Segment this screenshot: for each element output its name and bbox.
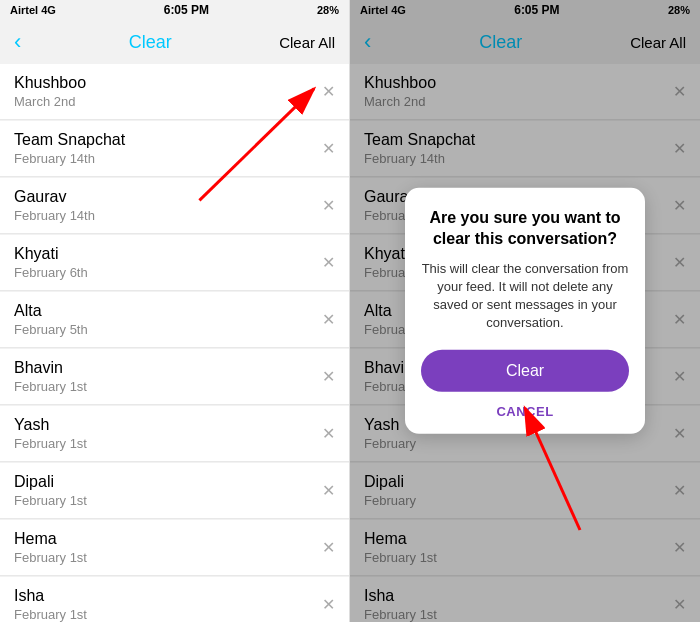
left-conversation-item: Hema February 1st ✕ bbox=[0, 520, 349, 576]
left-conversation-item: Yash February 1st ✕ bbox=[0, 406, 349, 462]
clear-conversation-dialog: Are you sure you want to clear this conv… bbox=[405, 188, 645, 434]
clear-conversation-button[interactable]: ✕ bbox=[322, 538, 335, 557]
conversation-info: Khyati February 6th bbox=[14, 245, 88, 280]
conversation-date: February 1st bbox=[14, 436, 87, 451]
clear-conversation-button[interactable]: ✕ bbox=[322, 82, 335, 101]
conversation-date: February 1st bbox=[14, 493, 87, 508]
left-conversation-list: Khushboo March 2nd ✕ Team Snapchat Febru… bbox=[0, 64, 349, 622]
dialog-confirm-button[interactable]: Clear bbox=[421, 350, 629, 392]
left-battery: 28% bbox=[317, 4, 339, 16]
conversation-name: Isha bbox=[14, 587, 87, 605]
dialog-body: This will clear the conversation from yo… bbox=[421, 259, 629, 332]
dialog-title: Are you sure you want to clear this conv… bbox=[421, 208, 629, 250]
conversation-date: February 5th bbox=[14, 322, 88, 337]
left-conversation-item: Khyati February 6th ✕ bbox=[0, 235, 349, 291]
conversation-date: February 1st bbox=[14, 550, 87, 565]
left-back-button[interactable]: ‹ bbox=[14, 29, 21, 55]
clear-conversation-button[interactable]: ✕ bbox=[322, 481, 335, 500]
conversation-date: February 14th bbox=[14, 208, 95, 223]
conversation-info: Alta February 5th bbox=[14, 302, 88, 337]
conversation-info: Hema February 1st bbox=[14, 530, 87, 565]
conversation-name: Alta bbox=[14, 302, 88, 320]
left-phone-screen: Airtel 4G 6:05 PM 28% ‹ Clear Clear All … bbox=[0, 0, 350, 622]
left-clear-all-button[interactable]: Clear All bbox=[279, 34, 335, 51]
left-conversation-item: Bhavin February 1st ✕ bbox=[0, 349, 349, 405]
left-nav-bar: ‹ Clear Clear All bbox=[0, 20, 349, 64]
clear-conversation-button[interactable]: ✕ bbox=[322, 424, 335, 443]
conversation-date: March 2nd bbox=[14, 94, 86, 109]
conversation-info: Yash February 1st bbox=[14, 416, 87, 451]
left-network: 4G bbox=[41, 4, 56, 16]
conversation-date: February 6th bbox=[14, 265, 88, 280]
left-conversation-item: Gaurav February 14th ✕ bbox=[0, 178, 349, 234]
left-conversation-item: Isha February 1st ✕ bbox=[0, 577, 349, 622]
conversation-info: Gaurav February 14th bbox=[14, 188, 95, 223]
clear-conversation-button[interactable]: ✕ bbox=[322, 196, 335, 215]
conversation-date: February 1st bbox=[14, 607, 87, 622]
left-status-right: 28% bbox=[317, 4, 339, 16]
conversation-date: February 1st bbox=[14, 379, 87, 394]
conversation-name: Yash bbox=[14, 416, 87, 434]
conversation-info: Team Snapchat February 14th bbox=[14, 131, 125, 166]
conversation-info: Khushboo March 2nd bbox=[14, 74, 86, 109]
right-phone-screen: Airtel 4G 6:05 PM 28% ‹ Clear Clear All … bbox=[350, 0, 700, 622]
conversation-date: February 14th bbox=[14, 151, 125, 166]
left-conversation-item: Dipali February 1st ✕ bbox=[0, 463, 349, 519]
conversation-name: Khushboo bbox=[14, 74, 86, 92]
dialog-cancel-button[interactable]: CANCEL bbox=[496, 404, 553, 419]
clear-conversation-button[interactable]: ✕ bbox=[322, 253, 335, 272]
conversation-info: Isha February 1st bbox=[14, 587, 87, 622]
conversation-name: Bhavin bbox=[14, 359, 87, 377]
conversation-name: Khyati bbox=[14, 245, 88, 263]
clear-conversation-button[interactable]: ✕ bbox=[322, 595, 335, 614]
left-status-bar: Airtel 4G 6:05 PM 28% bbox=[0, 0, 349, 20]
conversation-name: Dipali bbox=[14, 473, 87, 491]
left-conversation-item: Khushboo March 2nd ✕ bbox=[0, 64, 349, 120]
left-time: 6:05 PM bbox=[164, 3, 209, 17]
conversation-info: Bhavin February 1st bbox=[14, 359, 87, 394]
left-carrier: Airtel bbox=[10, 4, 38, 16]
left-nav-title: Clear bbox=[129, 32, 172, 53]
conversation-name: Hema bbox=[14, 530, 87, 548]
left-status-left: Airtel 4G bbox=[10, 4, 56, 16]
conversation-name: Team Snapchat bbox=[14, 131, 125, 149]
clear-conversation-button[interactable]: ✕ bbox=[322, 139, 335, 158]
conversation-info: Dipali February 1st bbox=[14, 473, 87, 508]
clear-conversation-button[interactable]: ✕ bbox=[322, 310, 335, 329]
left-conversation-item: Team Snapchat February 14th ✕ bbox=[0, 121, 349, 177]
clear-conversation-button[interactable]: ✕ bbox=[322, 367, 335, 386]
conversation-name: Gaurav bbox=[14, 188, 95, 206]
left-conversation-item: Alta February 5th ✕ bbox=[0, 292, 349, 348]
